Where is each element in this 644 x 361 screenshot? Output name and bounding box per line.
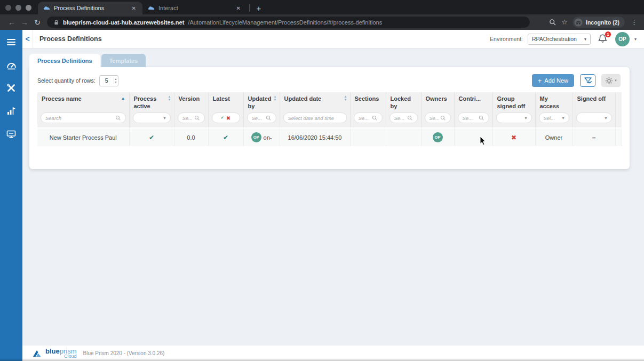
blueprism-favicon xyxy=(43,5,50,12)
notifications-button[interactable]: 1 xyxy=(598,34,608,44)
sort-asc-icon[interactable]: ▲ xyxy=(121,96,125,101)
process-definitions-table: Process name▲ Process active▲▼ Version L… xyxy=(37,92,622,146)
check-icon: ✔ xyxy=(149,134,154,141)
col-header-contributors[interactable]: Contri... xyxy=(454,92,492,111)
col-header-version[interactable]: Version xyxy=(174,92,208,111)
sort-icon[interactable]: ▲▼ xyxy=(168,95,171,101)
col-header-signed-off[interactable]: Signed off xyxy=(573,92,615,111)
forward-icon[interactable]: → xyxy=(18,18,31,27)
col-header-locked-by[interactable]: Locked by xyxy=(386,92,421,111)
dashboard-gauge-icon[interactable] xyxy=(5,59,17,71)
window-minimize-button[interactable] xyxy=(15,5,21,11)
contributors-filter-input[interactable]: Se... xyxy=(458,113,489,123)
page-content: Process Definitions Templates Select qua… xyxy=(22,49,644,361)
group-signed-off-filter-select[interactable]: ▾ xyxy=(496,113,532,123)
check-icon: ✔ xyxy=(223,134,228,141)
filter-funnel-icon xyxy=(584,76,592,85)
url-domain: blueprism-cloud-uat-hub.azurewebsites.ne… xyxy=(63,19,184,26)
incognito-badge[interactable]: Incognito (2) xyxy=(573,17,625,28)
caret-down-icon[interactable]: ▾ xyxy=(634,37,637,42)
tab-title: Process Definitions xyxy=(54,5,126,11)
address-bar[interactable]: blueprism-cloud-uat-hub.azurewebsites.ne… xyxy=(47,17,530,28)
browser-menu-icon[interactable]: ⋮ xyxy=(630,18,639,26)
filter-toggle-button[interactable] xyxy=(580,74,595,87)
notification-badge: 1 xyxy=(605,31,611,38)
cell-group-signed-off: ✖ xyxy=(492,128,535,146)
browser-tab-process-definitions[interactable]: Process Definitions ✕ xyxy=(38,2,142,14)
col-header-latest[interactable]: Latest xyxy=(208,92,243,111)
back-chevron-button[interactable]: < xyxy=(22,30,33,48)
monitor-icon[interactable] xyxy=(5,128,17,140)
search-icon xyxy=(194,115,200,121)
search-icon xyxy=(372,115,378,121)
lock-icon xyxy=(53,19,59,26)
sort-icon[interactable]: ▲▼ xyxy=(274,95,277,101)
caret-down-icon: ▾ xyxy=(605,116,607,121)
sort-icon[interactable]: ▲▼ xyxy=(344,95,347,101)
col-header-group-signed-off[interactable]: Group signed off xyxy=(492,92,535,111)
back-icon[interactable]: ← xyxy=(5,18,18,27)
stepper-down-icon[interactable]: ▾ xyxy=(115,81,117,84)
version-filter-input[interactable]: Se... xyxy=(178,113,205,123)
process-active-filter-select[interactable]: ▾ xyxy=(133,113,171,123)
cell-process-name[interactable]: New Starter Process Paul xyxy=(37,128,129,146)
tab-close-icon[interactable]: ✕ xyxy=(234,4,243,12)
blueprism-logo-icon xyxy=(32,349,43,358)
bookmark-star-icon[interactable]: ☆ xyxy=(561,18,568,26)
updated-by-avatar: OP xyxy=(251,132,261,142)
owner-avatar: OP xyxy=(433,132,443,142)
sections-filter-input[interactable]: Se... xyxy=(354,113,383,123)
window-controls[interactable] xyxy=(0,5,38,14)
col-header-process-name[interactable]: Process name▲ xyxy=(37,92,129,111)
page-header: < Process Definitions Environment: RPAOr… xyxy=(22,30,644,49)
app-sidebar xyxy=(0,30,22,361)
cell-contributors xyxy=(454,128,492,146)
tab-templates[interactable]: Templates xyxy=(101,54,146,67)
locked-by-filter-input[interactable]: Se... xyxy=(389,113,418,123)
incognito-label: Incognito (2) xyxy=(586,19,619,26)
col-header-owners[interactable]: Owners xyxy=(421,92,454,111)
col-header-updated-by[interactable]: Updated by▲▼ xyxy=(243,92,280,111)
milestones-chart-icon[interactable] xyxy=(5,105,17,117)
tab-process-definitions[interactable]: Process Definitions xyxy=(29,54,100,67)
search-icon xyxy=(407,115,413,121)
logo-text-blue: blue xyxy=(45,347,60,355)
cell-signed-off: – xyxy=(573,128,615,146)
cell-locked-by xyxy=(386,128,421,146)
window-zoom-button[interactable] xyxy=(26,5,31,11)
user-avatar[interactable]: OP xyxy=(615,32,630,46)
tab-separator xyxy=(249,4,250,12)
search-icon[interactable] xyxy=(549,19,556,26)
table-row[interactable]: New Starter Process Paul ✔ 0.0 ✔ OPon- 1… xyxy=(37,128,622,146)
clear-filter-icon[interactable]: ✖ xyxy=(226,115,230,121)
owners-filter-input[interactable]: Se... xyxy=(425,113,451,123)
my-access-filter-select[interactable]: Sel...▾ xyxy=(539,113,569,123)
reload-icon[interactable]: ↻ xyxy=(31,18,44,27)
col-header-my-access[interactable]: My access xyxy=(535,92,573,111)
col-header-updated-date[interactable]: Updated date▲▼ xyxy=(280,92,350,111)
tab-close-icon[interactable]: ✕ xyxy=(130,4,138,12)
window-close-button[interactable] xyxy=(5,5,11,11)
app-footer: blueprism Cloud Blue Prism 2020 - (Versi… xyxy=(22,346,644,361)
col-header-process-active[interactable]: Process active▲▼ xyxy=(129,92,174,111)
browser-tab-interact[interactable]: Interact ✕ xyxy=(142,2,247,14)
cell-updated-by: OPon- xyxy=(243,128,280,146)
col-header-sections[interactable]: Sections xyxy=(350,92,386,111)
check-icon: ✔ xyxy=(221,116,224,120)
process-name-filter-input[interactable]: Search xyxy=(41,113,126,123)
cell-version: 0.0 xyxy=(174,128,208,146)
settings-dropdown-button[interactable]: ▾ xyxy=(601,74,621,87)
rows-quantity-stepper[interactable]: 5 ▴ ▾ xyxy=(99,75,118,86)
tools-icon[interactable] xyxy=(5,82,17,94)
environment-select[interactable]: RPAOrchestration ▾ xyxy=(528,34,591,45)
hamburger-menu-icon[interactable] xyxy=(5,36,17,48)
signed-off-filter-select[interactable]: ▾ xyxy=(576,113,612,123)
add-new-label: Add New xyxy=(544,77,568,84)
latest-filter[interactable]: ✔✖ xyxy=(212,113,240,123)
gear-icon xyxy=(605,77,613,85)
add-new-button[interactable]: + Add New xyxy=(532,74,574,87)
incognito-icon xyxy=(574,18,583,27)
updated-date-filter-input[interactable]: Select date and time xyxy=(283,113,347,123)
updated-by-filter-input[interactable]: Se... xyxy=(247,113,276,123)
new-tab-button[interactable]: + xyxy=(252,2,266,14)
